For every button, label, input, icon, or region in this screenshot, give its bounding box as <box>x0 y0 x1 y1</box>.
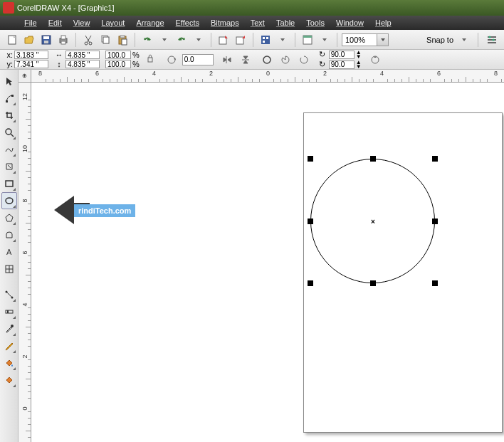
menu-layout[interactable]: Layout <box>95 17 130 28</box>
handle-sw[interactable] <box>308 280 313 286</box>
menubar: File Edit View Layout Arrange Effects Bi… <box>0 16 504 30</box>
svg-rect-21 <box>303 36 312 38</box>
fill-tool[interactable] <box>1 354 17 372</box>
menu-view[interactable]: View <box>68 17 96 28</box>
menu-tools[interactable]: Tools <box>300 17 330 28</box>
handle-se[interactable] <box>432 280 438 286</box>
shape-tool[interactable] <box>1 90 17 107</box>
redo-button[interactable] <box>174 32 189 48</box>
eyedropper-tool[interactable] <box>1 320 17 337</box>
crop-tool[interactable] <box>1 107 17 124</box>
zoom-input[interactable] <box>342 33 377 46</box>
welcome-button[interactable] <box>300 32 315 48</box>
svg-text:A: A <box>6 248 12 256</box>
interactive-tool[interactable] <box>1 303 17 320</box>
menu-help[interactable]: Help <box>369 17 397 28</box>
interactive-fill-tool[interactable] <box>1 372 17 389</box>
dimension-tool[interactable] <box>1 286 17 303</box>
handle-e[interactable] <box>432 219 438 224</box>
app-icon <box>3 2 14 14</box>
svg-rect-19 <box>263 41 265 43</box>
mirror-v-button[interactable] <box>238 52 253 68</box>
canvas-area[interactable]: ⊕ 864202468 121086420 × rindiTech.com <box>19 70 504 442</box>
width-input[interactable] <box>65 51 100 59</box>
angle2-icon: ↻ <box>317 60 327 69</box>
handle-nw[interactable] <box>308 156 313 162</box>
start-angle-input[interactable] <box>329 51 355 59</box>
handle-w[interactable] <box>308 219 313 224</box>
zoom-dropdown[interactable] <box>377 33 389 46</box>
standard-toolbar: Snap to <box>0 30 504 50</box>
svg-point-7 <box>85 42 88 45</box>
svg-rect-5 <box>61 36 65 39</box>
export-button[interactable] <box>233 32 248 48</box>
outline-tool[interactable] <box>1 337 17 354</box>
svg-rect-17 <box>263 37 265 39</box>
menu-text[interactable]: Text <box>245 17 271 28</box>
cut-button[interactable] <box>80 32 96 48</box>
ruler-vertical[interactable]: 121086420 <box>19 83 31 442</box>
x-label: x: <box>4 51 13 59</box>
paste-button[interactable] <box>115 32 130 48</box>
freehand-tool[interactable] <box>1 141 17 158</box>
end-angle-input[interactable] <box>329 60 355 69</box>
save-button[interactable] <box>38 32 54 48</box>
open-button[interactable] <box>21 32 37 48</box>
menu-bitmaps[interactable]: Bitmaps <box>205 17 245 28</box>
spinner1[interactable]: ▲▼ <box>356 51 362 59</box>
handle-n[interactable] <box>370 156 376 162</box>
redo-dropdown[interactable] <box>191 32 206 48</box>
zoom-tool[interactable] <box>1 124 17 141</box>
polygon-tool[interactable] <box>1 209 17 226</box>
spinner2[interactable]: ▲▼ <box>356 60 362 69</box>
x-input[interactable] <box>14 51 48 59</box>
copy-button[interactable] <box>98 32 113 48</box>
rectangle-tool[interactable] <box>1 175 17 192</box>
arc-mode-button[interactable] <box>296 52 312 68</box>
handle-s[interactable] <box>370 280 376 286</box>
menu-table[interactable]: Table <box>271 17 300 28</box>
svg-rect-45 <box>7 310 9 313</box>
rotation-input[interactable] <box>182 54 214 65</box>
mirror-h-button[interactable] <box>219 52 235 68</box>
ruler-horizontal[interactable]: 864202468 <box>31 70 504 83</box>
menu-edit[interactable]: Edit <box>43 17 68 28</box>
scale-x-input[interactable] <box>105 51 131 59</box>
ruler-corner[interactable]: ⊕ <box>19 70 31 83</box>
smart-fill-tool[interactable] <box>1 158 17 175</box>
ruler-h-tick: 6 <box>95 70 99 83</box>
menu-file[interactable]: File <box>19 17 43 28</box>
titlebar: CorelDRAW X4 - [Graphic1] <box>0 0 504 16</box>
ellipse-mode-button[interactable] <box>259 52 275 68</box>
lock-ratio-button[interactable] <box>142 52 158 68</box>
pie-mode-button[interactable] <box>278 52 293 68</box>
svg-rect-23 <box>488 39 496 41</box>
options-button[interactable] <box>484 32 500 48</box>
snap-dropdown[interactable] <box>456 32 472 48</box>
text-tool[interactable]: A <box>1 243 17 261</box>
scale-y-input[interactable] <box>105 60 131 68</box>
direction-button[interactable] <box>367 52 383 68</box>
undo-button[interactable] <box>140 32 155 48</box>
welcome-dropdown[interactable] <box>317 32 332 48</box>
svg-point-42 <box>5 291 7 293</box>
menu-window[interactable]: Window <box>330 17 369 28</box>
import-button[interactable] <box>216 32 231 48</box>
app-dropdown[interactable] <box>275 32 290 48</box>
ellipse-tool[interactable] <box>1 192 17 209</box>
y-input[interactable] <box>14 60 48 68</box>
handle-ne[interactable] <box>432 156 438 162</box>
new-button[interactable] <box>4 32 20 48</box>
height-input[interactable] <box>65 60 100 68</box>
table-tool[interactable] <box>1 261 17 278</box>
zoom-select[interactable] <box>342 33 389 46</box>
app-launcher-button[interactable] <box>258 32 273 48</box>
undo-dropdown[interactable] <box>157 32 172 48</box>
menu-arrange[interactable]: Arrange <box>130 17 169 28</box>
svg-point-28 <box>168 56 175 63</box>
menu-effects[interactable]: Effects <box>170 17 205 28</box>
basic-shapes-tool[interactable] <box>1 226 17 243</box>
ruler-h-tick: 2 <box>323 70 327 83</box>
pick-tool[interactable] <box>1 73 17 90</box>
print-button[interactable] <box>56 32 71 48</box>
